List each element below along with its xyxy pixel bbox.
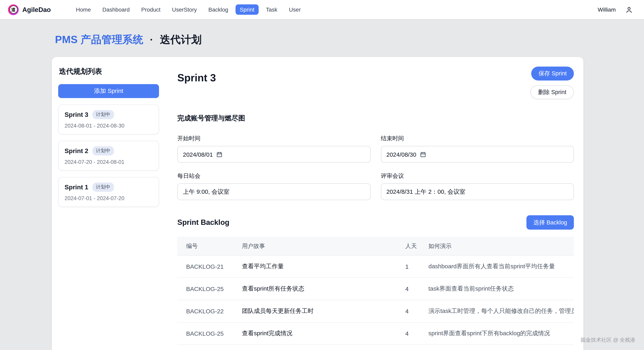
main-nav: Home Dashboard Product UserStory Backlog… [72,4,305,15]
nav-item-task[interactable]: Task [262,4,282,15]
backlog-row-demo: task界面查看当前sprint任务状态 [424,278,574,300]
backlog-row-story: 查看sprint所有任务状态 [237,278,400,300]
start-date-input[interactable]: 2024/08/01 [177,146,370,163]
backlog-heading: Sprint Backlog [177,218,229,227]
sprint-item-name: Sprint 3 [64,111,88,118]
sprint-status-badge: 计划中 [92,146,114,156]
sprint-detail-actions: 保存 Sprint 删除 Sprint [530,66,574,99]
navbar-right: William [598,6,636,13]
review-meeting-value: 2024/8/31 上午 2：00, 会议室 [386,188,466,196]
sprint-goal-text: 完成账号管理与燃尽图 [177,114,574,123]
sprint-item-dates: 2024-07-20 - 2024-08-01 [64,159,153,165]
brand-name: AgileDao [22,6,51,13]
standup-value: 上午 9:00, 会议室 [183,188,229,196]
delete-sprint-button[interactable]: 删除 Sprint [530,85,574,99]
backlog-row-demo: 演示task工时管理，每个人只能修改自己的任务，管理员可 [424,300,574,322]
sprint-detail-header: Sprint 3 保存 Sprint 删除 Sprint [177,66,574,99]
sprint-form: 开始时间 2024/08/01 [177,135,574,200]
backlog-table-row: BACKLOG-22 团队成员每天更新任务工时 4 演示task工时管理，每个人… [177,300,574,323]
app-root: 道 AgileDao Home Dashboard Product UserSt… [0,0,644,350]
backlog-row-id: BACKLOG-25 [177,278,237,300]
select-backlog-button[interactable]: 选择 Backlog [527,215,574,230]
sprint-list-heading: 迭代规划列表 [59,66,159,76]
nav-item-user[interactable]: User [284,4,305,15]
backlog-table-header: 编号 用户故事 人天 如何演示 [177,237,574,256]
start-date-value: 2024/08/01 [183,151,213,158]
watermark-text: 掘金技术社区 @ 全栈港 [580,336,635,344]
column-header-days: 人天 [400,237,424,255]
page-title-section: 迭代计划 [160,34,202,46]
backlog-section-header: Sprint Backlog 选择 Backlog [177,215,574,230]
sprint-detail-panel: Sprint 3 保存 Sprint 删除 Sprint 完成账号管理与燃尽图 … [166,57,584,350]
sprint-list-item-2[interactable]: Sprint 2 计划中 2024-07-20 - 2024-08-01 [58,141,159,170]
start-date-field: 开始时间 2024/08/01 [177,135,370,163]
start-date-label: 开始时间 [177,135,370,142]
column-header-story: 用户故事 [237,237,400,255]
backlog-row-demo: sprint界面查看sprint下所有backlog的完成情况 [424,323,574,344]
top-navbar: 道 AgileDao Home Dashboard Product UserSt… [0,0,644,19]
sprint-status-badge: 计划中 [92,110,114,119]
column-header-demo: 如何演示 [424,237,574,255]
nav-item-sprint[interactable]: Sprint [235,4,259,15]
sprint-item-header: Sprint 1 计划中 [64,182,153,192]
page-title-system: PMS 产品管理系统 [55,34,143,46]
nav-item-dashboard[interactable]: Dashboard [98,4,134,15]
page-title-separator: · [150,34,154,46]
current-user-name[interactable]: William [598,6,616,13]
backlog-row-id: BACKLOG-25 [177,323,237,344]
nav-item-home[interactable]: Home [72,4,95,15]
nav-item-product[interactable]: Product [137,4,165,15]
sprint-detail-title: Sprint 3 [177,72,216,84]
nav-item-backlog[interactable]: Backlog [204,4,233,15]
brand-logo-glyph: 道 [9,6,17,14]
backlog-row-id: BACKLOG-22 [177,301,237,322]
page-title: PMS 产品管理系统 · 迭代计划 [55,33,644,47]
backlog-table: 编号 用户故事 人天 如何演示 BACKLOG-21 查看平均工作量 1 das… [177,237,574,345]
backlog-row-story: 团队成员每天更新任务工时 [237,300,400,322]
backlog-row-demo: dashboard界面所有人查看当前sprint平均任务量 [424,256,574,278]
standup-field: 每日站会 上午 9:00, 会议室 [177,172,370,200]
backlog-row-days: 1 [400,256,424,277]
backlog-table-row: BACKLOG-25 查看sprint所有任务状态 4 task界面查看当前sp… [177,278,574,300]
add-sprint-button[interactable]: 添加 Sprint [58,84,159,98]
review-meeting-field: 评审会议 2024/8/31 上午 2：00, 会议室 [381,172,574,200]
backlog-table-row: BACKLOG-25 查看sprint完成情况 4 sprint界面查看spri… [177,323,574,345]
sprint-item-header: Sprint 2 计划中 [64,146,153,156]
backlog-row-days: 4 [400,278,424,300]
content-card: 迭代规划列表 添加 Sprint Sprint 3 计划中 2024-08-01… [52,57,584,350]
end-date-value: 2024/08/30 [386,151,416,158]
brand-logo[interactable]: 道 [8,4,19,15]
sprint-list-panel: 迭代规划列表 添加 Sprint Sprint 3 计划中 2024-08-01… [52,57,166,350]
column-header-id: 编号 [177,237,237,255]
sprint-item-dates: 2024-07-01 - 2024-07-20 [64,195,153,201]
sprint-list-item-3[interactable]: Sprint 3 计划中 2024-08-01 - 2024-08-30 [58,104,159,134]
backlog-table-row: BACKLOG-21 查看平均工作量 1 dashboard界面所有人查看当前s… [177,256,574,278]
sprint-list-item-1[interactable]: Sprint 1 计划中 2024-07-01 - 2024-07-20 [58,177,159,207]
sprint-item-header: Sprint 3 计划中 [64,110,153,119]
calendar-icon[interactable] [420,151,426,157]
end-date-label: 结束时间 [381,135,574,142]
backlog-row-story: 查看sprint完成情况 [237,323,400,344]
backlog-row-id: BACKLOG-21 [177,256,237,277]
sprint-item-name: Sprint 1 [64,184,88,191]
nav-item-userstory[interactable]: UserStory [168,4,201,15]
sprint-item-dates: 2024-08-01 - 2024-08-30 [64,123,153,129]
backlog-row-days: 4 [400,323,424,344]
backlog-row-story: 查看平均工作量 [237,256,400,278]
page-body: PMS 产品管理系统 · 迭代计划 迭代规划列表 添加 Sprint Sprin… [0,19,644,350]
review-meeting-label: 评审会议 [381,172,574,180]
calendar-icon[interactable] [216,151,222,157]
review-meeting-input[interactable]: 2024/8/31 上午 2：00, 会议室 [381,183,574,200]
end-date-input[interactable]: 2024/08/30 [381,146,574,163]
standup-label: 每日站会 [177,172,370,180]
backlog-row-days: 4 [400,301,424,322]
end-date-field: 结束时间 2024/08/30 [381,135,574,163]
save-sprint-button[interactable]: 保存 Sprint [531,66,574,80]
user-profile-icon[interactable] [625,6,633,13]
sprint-item-name: Sprint 2 [64,147,88,154]
sprint-status-badge: 计划中 [92,182,114,192]
standup-input[interactable]: 上午 9:00, 会议室 [177,183,370,200]
